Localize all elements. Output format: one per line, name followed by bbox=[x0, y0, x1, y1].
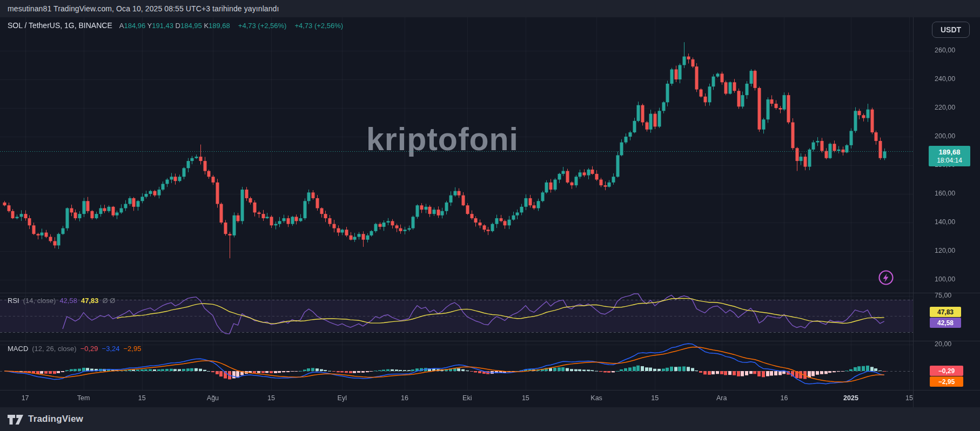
publish-banner-text: mesutinan81 TradingView.com, Oca 10, 202… bbox=[8, 4, 279, 13]
time-axis-label: 2025 bbox=[843, 394, 858, 402]
time-axis-label: Eyl bbox=[338, 394, 347, 402]
macd-line-value: −3,24 bbox=[102, 345, 120, 353]
ohlc-value: 184,95 bbox=[180, 22, 204, 30]
rsi-ma-value: 47,83 bbox=[81, 297, 99, 305]
time-axis-label: Eki bbox=[462, 394, 472, 402]
ohlc-label: D bbox=[176, 22, 180, 30]
time-axis-label: Ağu bbox=[207, 394, 219, 402]
time-axis-label: 16 bbox=[401, 394, 408, 402]
last-price-value: 189,68 bbox=[939, 148, 961, 156]
publish-banner: mesutinan81 TradingView.com, Oca 10, 202… bbox=[0, 0, 980, 17]
currency-toggle-button[interactable]: USDT bbox=[932, 22, 970, 38]
change-value-extended: +4,73 (+2,56%) bbox=[294, 22, 343, 30]
symbol-title[interactable]: SOL / TetherUS, 1G, BINANCE bbox=[8, 21, 112, 30]
macd-params: (12, 26, close) bbox=[32, 345, 76, 353]
time-axis-label: 15 bbox=[267, 394, 275, 402]
ohlc-label: K bbox=[204, 22, 209, 30]
macd-hist-value: −0,29 bbox=[80, 345, 98, 353]
price-axis-label: 260,00 bbox=[935, 46, 955, 54]
rsi-extra-symbols: Ø Ø bbox=[102, 297, 115, 305]
rsi-level-label: 75,00 bbox=[935, 292, 951, 299]
tradingview-chart-page: mesutinan81 TradingView.com, Oca 10, 202… bbox=[0, 0, 980, 431]
rsi-value: 42,58 bbox=[59, 297, 77, 305]
ohlc-values: A184,96 Y191,43 D184,95 K189,68 bbox=[119, 22, 230, 30]
time-axis-label: 17 bbox=[22, 394, 29, 402]
time-axis-label: 15 bbox=[905, 394, 913, 402]
rsi-params: (14, close) bbox=[23, 297, 56, 305]
time-axis-label: 15 bbox=[651, 394, 659, 402]
time-axis-label: Ara bbox=[716, 394, 727, 402]
change-value: +4,73 (+2,56%) bbox=[238, 22, 287, 30]
macd-title[interactable]: MACD bbox=[8, 345, 28, 353]
ohlc-label: Y bbox=[147, 22, 152, 30]
rsi-legend: RSI (14, close) 42,58 47,83 Ø Ø bbox=[8, 297, 115, 305]
last-price-label: 189,68 18:04:14 bbox=[929, 146, 970, 166]
price-axis-label: 200,00 bbox=[935, 132, 955, 140]
rsi-axis-label: 42,58 bbox=[930, 318, 961, 328]
chart-legend: SOL / TetherUS, 1G, BINANCE A184,96 Y191… bbox=[8, 21, 343, 30]
tradingview-logo-icon[interactable] bbox=[8, 413, 24, 425]
price-axis-label: 240,00 bbox=[935, 75, 955, 83]
price-axis-label: 120,00 bbox=[935, 247, 955, 254]
time-axis-label: Kas bbox=[590, 394, 602, 402]
time-axis-label: Tem bbox=[77, 394, 90, 402]
rsi-title[interactable]: RSI bbox=[8, 297, 19, 305]
rsi-ma-axis-label: 47,83 bbox=[930, 307, 961, 317]
price-chart-canvas[interactable] bbox=[0, 0, 980, 431]
boost-lightning-icon[interactable] bbox=[877, 268, 895, 287]
footer-bar: TradingView bbox=[0, 407, 980, 431]
price-axis-label: 140,00 bbox=[935, 218, 955, 226]
price-axis-label: 220,00 bbox=[935, 104, 955, 111]
ohlc-value: 189,68 bbox=[209, 22, 230, 30]
price-axis-label: 100,00 bbox=[935, 275, 955, 283]
time-axis-label: 15 bbox=[138, 394, 146, 402]
time-axis-label: 15 bbox=[522, 394, 529, 402]
macd-legend: MACD (12, 26, close) −0,29 −3,24 −2,95 bbox=[8, 345, 141, 353]
bar-countdown: 18:04:14 bbox=[937, 157, 962, 164]
time-axis-label: 16 bbox=[780, 394, 788, 402]
macd-hist-axis-label: −0,29 bbox=[930, 366, 963, 376]
macd-signal-axis-label: −2,95 bbox=[930, 376, 963, 387]
tradingview-logo-text[interactable]: TradingView bbox=[28, 414, 83, 425]
ohlc-value: 191,43 bbox=[152, 22, 175, 30]
macd-level-label: 20,00 bbox=[935, 340, 951, 348]
price-axis-label: 160,00 bbox=[935, 190, 955, 197]
macd-signal-value: −2,95 bbox=[123, 345, 141, 353]
ohlc-value: 184,96 bbox=[124, 22, 147, 30]
